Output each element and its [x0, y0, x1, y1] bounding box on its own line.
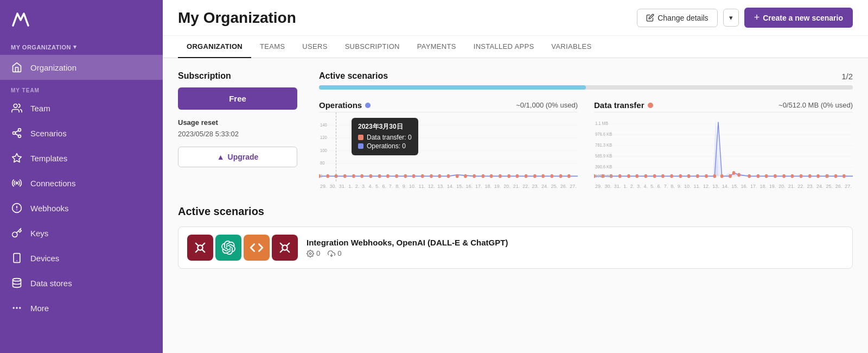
- sidebar-item-organization[interactable]: Organization: [0, 55, 163, 80]
- sidebar-team-section: MY TEAM: [0, 80, 163, 96]
- chart-tooltip: 2023年3月30日 Data transfer: 0 Operations: …: [352, 118, 418, 155]
- sidebar-item-templates[interactable]: Templates: [0, 146, 163, 171]
- svg-line-5: [15, 130, 18, 132]
- subscription-title: Subscription: [178, 71, 297, 81]
- free-plan-button[interactable]: Free: [178, 87, 297, 110]
- tab-subscription[interactable]: SUBSCRIPTION: [336, 36, 409, 58]
- dropdown-button[interactable]: ▾: [723, 9, 739, 27]
- metrics-box: Active scenarios 1/2 Operations: [319, 71, 853, 189]
- tab-payments[interactable]: PAYMENTS: [409, 36, 465, 58]
- tab-teams[interactable]: TEAMS: [251, 36, 293, 58]
- edit-icon: [646, 14, 654, 22]
- svg-point-51: [567, 174, 571, 178]
- svg-point-41: [482, 174, 485, 178]
- svg-point-14: [16, 307, 17, 308]
- create-scenario-button[interactable]: + Create a new scenario: [744, 8, 853, 28]
- progress-bar-fill: [319, 85, 586, 90]
- tooltip-operations-row: Operations: 0: [358, 142, 412, 150]
- sidebar-item-scenarios[interactable]: Scenarios: [0, 121, 163, 146]
- tabs-bar: ORGANIZATION TEAMS USERS SUBSCRIPTION PA…: [163, 36, 868, 58]
- svg-marker-64: [708, 119, 739, 177]
- svg-rect-11: [14, 254, 20, 263]
- sidebar-logo: [0, 0, 163, 39]
- tooltip-operations-label: Operations: 0: [367, 142, 406, 150]
- org-dropdown[interactable]: MY ORGANIZATION ▾: [0, 39, 163, 55]
- svg-text:0: 0: [320, 173, 322, 179]
- scenario-icon-webhook: [187, 235, 213, 261]
- svg-point-82: [729, 174, 732, 178]
- svg-point-29: [378, 174, 381, 178]
- tab-variables[interactable]: VARIABLES: [542, 36, 600, 58]
- svg-point-77: [687, 174, 691, 178]
- home-icon: [11, 61, 23, 73]
- tooltip-data-transfer-row: Data transfer: 0: [358, 134, 412, 141]
- operations-x-labels: 29.30.31.1.2.3.4.5.6.7.8.9.10.11.12.13.1…: [319, 184, 578, 189]
- tab-installed-apps[interactable]: INSTALLED APPS: [465, 36, 543, 58]
- svg-point-39: [464, 174, 467, 178]
- sidebar-item-team[interactable]: Team: [0, 96, 163, 121]
- change-details-button[interactable]: Change details: [637, 9, 717, 27]
- sidebar: MY ORGANIZATION ▾ Organization MY TEAM T…: [0, 0, 163, 353]
- active-scenarios-row: Active scenarios 1/2: [319, 71, 853, 81]
- tab-users[interactable]: USERS: [293, 36, 336, 58]
- scenario-icon-openai: [215, 235, 241, 261]
- svg-point-87: [765, 174, 768, 178]
- svg-point-33: [412, 174, 416, 178]
- svg-point-28: [369, 174, 373, 178]
- usage-reset-date: 2023/05/28 5:33:02: [178, 130, 297, 138]
- svg-point-42: [490, 174, 493, 178]
- svg-point-36: [438, 174, 441, 178]
- logo-mark: [11, 10, 30, 29]
- svg-point-46: [525, 174, 528, 178]
- svg-point-31: [395, 174, 398, 178]
- tooltip-data-transfer-color: [358, 135, 363, 140]
- svg-point-95: [834, 174, 838, 178]
- svg-point-49: [550, 174, 553, 178]
- more-icon: [11, 302, 23, 314]
- svg-point-48: [541, 174, 545, 178]
- svg-point-86: [757, 174, 760, 178]
- operations-value: ~0/1,000 (0% used): [516, 101, 578, 109]
- sidebar-item-connections[interactable]: Connections: [0, 171, 163, 196]
- svg-point-90: [791, 174, 794, 178]
- svg-point-69: [618, 174, 622, 178]
- svg-marker-6: [12, 154, 22, 162]
- svg-point-47: [533, 174, 537, 178]
- svg-point-23: [326, 174, 329, 178]
- svg-point-32: [404, 174, 407, 178]
- scenario-card: Integration Webhooks, OpenAI (DALL-E & C…: [178, 226, 853, 269]
- sidebar-item-label: Templates: [30, 154, 67, 163]
- team-icon: [11, 102, 23, 114]
- sidebar-item-data-stores[interactable]: Data stores: [0, 270, 163, 295]
- sidebar-item-webhooks[interactable]: Webhooks: [0, 196, 163, 220]
- svg-text:585.9 KB: 585.9 KB: [595, 153, 612, 159]
- active-scenarios-title: Active scenarios: [319, 71, 388, 81]
- change-details-label: Change details: [658, 14, 708, 22]
- upgrade-button[interactable]: ▲ Upgrade: [178, 147, 297, 167]
- operations-metric: Operations ~0/1,000 (0% used): [319, 100, 578, 189]
- svg-point-84: [737, 173, 741, 177]
- svg-marker-65: [594, 122, 853, 177]
- subscription-box: Subscription Free Usage reset 2023/05/28…: [178, 71, 297, 189]
- sidebar-item-more[interactable]: More: [0, 295, 163, 320]
- sidebar-item-label: More: [30, 304, 49, 313]
- main-panel: My Organization Change details ▾ + Creat…: [163, 0, 868, 353]
- sidebar-item-label: Devices: [30, 254, 59, 263]
- devices-icon: [11, 252, 23, 264]
- svg-text:195.3 KB: 195.3 KB: [595, 173, 612, 179]
- sidebar-item-keys[interactable]: Keys: [0, 220, 163, 245]
- upgrade-label: Upgrade: [228, 153, 259, 161]
- svg-point-85: [748, 174, 751, 178]
- svg-point-26: [352, 174, 355, 178]
- active-scenarios-section-title: Active scenarios: [178, 205, 853, 218]
- svg-point-81: [720, 174, 724, 178]
- data-transfer-x-labels: 29.30.31.1.2.3.4.5.6.7.8.9.10.11.12.13.1…: [594, 184, 853, 189]
- scenarios-icon: [11, 127, 23, 139]
- main-content: Subscription Free Usage reset 2023/05/28…: [163, 58, 868, 353]
- tab-organization[interactable]: ORGANIZATION: [178, 36, 251, 58]
- svg-text:80: 80: [320, 160, 325, 166]
- svg-point-50: [559, 174, 563, 178]
- sidebar-item-devices[interactable]: Devices: [0, 245, 163, 270]
- data-transfer-chart-svg: 1.1 MB 976.6 KB 781.3 KB 585.9 KB 390.6 …: [594, 112, 853, 182]
- svg-text:100: 100: [320, 147, 327, 153]
